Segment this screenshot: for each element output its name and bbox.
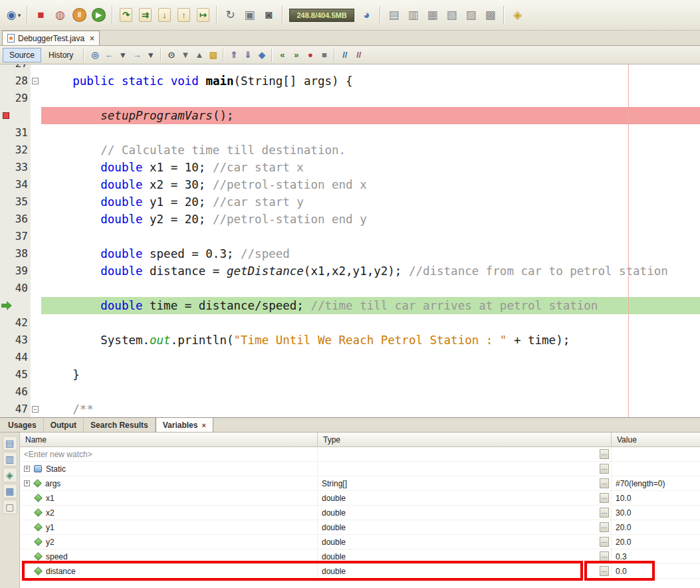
apply-code-changes-icon[interactable]: ↻ — [221, 6, 239, 24]
finish-debugger-icon[interactable]: ■ — [32, 6, 50, 24]
editor-gutter[interactable]: 39 — [0, 262, 31, 280]
editor-gutter[interactable]: 40 — [0, 280, 31, 297]
variables-row[interactable]: x1double…10.0 — [20, 491, 700, 506]
editor-gutter[interactable]: 35 — [0, 193, 31, 211]
tab-search-results[interactable]: Search Results — [84, 418, 156, 432]
column-header-name[interactable]: Name — [20, 433, 318, 447]
back-icon[interactable]: ← — [102, 48, 116, 62]
continue-icon[interactable]: ▶ — [90, 6, 108, 24]
editor-gutter[interactable]: 37 — [0, 228, 31, 245]
tab-usages[interactable]: Usages — [1, 418, 44, 432]
editor-gutter[interactable]: 47 — [0, 401, 31, 417]
find-selection-icon[interactable]: ⊙ — [164, 48, 178, 62]
variables-row[interactable]: x2double…30.0 — [20, 506, 700, 520]
source-view-button[interactable]: Source — [3, 48, 41, 62]
take-thread-dump-icon[interactable]: ▦ — [423, 6, 441, 24]
forward-history-dropdown-icon[interactable]: ▾ — [144, 48, 158, 62]
watches-window-icon[interactable]: ◈ — [3, 468, 17, 482]
code-editor[interactable]: 2728− public static void main(String[] a… — [0, 64, 700, 417]
editor-gutter[interactable]: 42 — [0, 314, 31, 332]
editor-gutter[interactable]: 27 — [0, 64, 31, 72]
column-header-type[interactable]: Type — [318, 433, 612, 447]
editor-gutter[interactable]: 33 — [0, 159, 31, 176]
project-config-icon[interactable]: ◉▾ — [5, 6, 23, 24]
editor-gutter[interactable]: 28 — [0, 72, 31, 90]
variables-row[interactable]: +argsString[]…#70(length=0) — [20, 476, 700, 491]
editor-gutter[interactable]: 38 — [0, 245, 31, 262]
code-fold-toggle[interactable]: − — [32, 78, 39, 84]
telemetry-icon[interactable]: ▨ — [462, 6, 480, 24]
edit-value-button[interactable]: … — [600, 522, 609, 532]
profile-points-icon[interactable]: ◈ — [509, 6, 526, 24]
edit-value-button[interactable]: … — [600, 464, 609, 474]
expand-toggle-icon[interactable]: + — [24, 480, 30, 486]
editor-gutter[interactable] — [0, 107, 31, 124]
find-previous-icon[interactable]: ▲ — [192, 48, 206, 62]
heap-walker-icon[interactable]: ▩ — [481, 6, 499, 24]
editor-gutter[interactable]: 34 — [0, 176, 31, 193]
pause-icon[interactable]: ‖ — [70, 6, 88, 24]
editor-gutter[interactable]: 44 — [0, 349, 31, 366]
dump-heap-icon[interactable]: ▥ — [404, 6, 422, 24]
step-over-icon[interactable]: ↷ — [117, 6, 135, 24]
step-over-expression-icon[interactable]: ⇉ — [136, 6, 154, 24]
dropdown-arrow-icon[interactable]: ▾ — [18, 12, 21, 19]
toggle-bookmark-icon[interactable]: ◆ — [255, 48, 269, 62]
toggle-highlight-icon[interactable]: ▨ — [206, 48, 220, 62]
editor-gutter[interactable]: 45 — [0, 366, 31, 383]
camera-icon[interactable]: ◙ — [260, 6, 278, 24]
last-edit-icon[interactable]: ◎ — [88, 48, 102, 62]
profiler-snapshot-icon[interactable]: ▤ — [385, 6, 403, 24]
breakpoint-icon[interactable] — [3, 112, 9, 119]
expand-toggle-icon[interactable]: + — [24, 466, 30, 472]
column-header-value[interactable]: Value — [612, 433, 700, 447]
variables-row[interactable]: y2double…20.0 — [20, 535, 700, 549]
variables-row[interactable]: speeddouble…0.3 — [20, 549, 700, 564]
editor-gutter[interactable]: 43 — [0, 332, 31, 349]
close-tab-icon[interactable]: × — [201, 421, 205, 429]
forward-icon[interactable]: → — [130, 48, 144, 62]
editor-gutter[interactable]: 32 — [0, 142, 31, 159]
code-fold-toggle[interactable]: − — [32, 406, 39, 413]
history-view-button[interactable]: History — [42, 48, 80, 62]
edit-value-button[interactable]: … — [600, 551, 609, 561]
edit-value-button[interactable]: … — [600, 449, 609, 459]
editor-gutter[interactable]: 36 — [0, 211, 31, 228]
call-stack-window-icon[interactable]: ▦ — [3, 484, 17, 498]
profiler-control-icon[interactable]: ◕ — [358, 6, 376, 24]
back-history-dropdown-icon[interactable]: ▾ — [116, 48, 130, 62]
shift-left-icon[interactable]: « — [275, 48, 289, 62]
start-macro-icon[interactable]: ● — [303, 48, 317, 62]
variables-row[interactable]: +Static… — [20, 462, 700, 476]
sources-window-icon[interactable]: ▢ — [3, 500, 17, 514]
comment-icon[interactable]: // — [338, 48, 352, 62]
edit-value-button[interactable]: … — [600, 478, 609, 488]
next-bookmark-icon[interactable]: ⇓ — [241, 48, 255, 62]
stop-macro-icon[interactable]: ■ — [317, 48, 331, 62]
edit-value-button[interactable]: … — [600, 493, 609, 503]
stop-debugger-icon[interactable]: ◍ — [51, 6, 69, 24]
sessions-window-icon[interactable]: ▤ — [3, 436, 17, 450]
edit-value-button[interactable]: … — [600, 508, 609, 518]
close-tab-icon[interactable]: × — [90, 34, 94, 43]
run-to-cursor-icon[interactable]: ↦ — [194, 6, 212, 24]
variables-row[interactable]: distancedouble…0.0 — [20, 564, 700, 579]
take-gui-snapshot-icon[interactable]: ▣ — [241, 6, 259, 24]
uncomment-icon[interactable]: // — [352, 48, 366, 62]
edit-value-button[interactable]: … — [600, 537, 609, 547]
shift-right-icon[interactable]: » — [289, 48, 303, 62]
editor-gutter[interactable]: 31 — [0, 124, 31, 142]
tab-variables[interactable]: Variables× — [156, 417, 213, 432]
editor-gutter[interactable] — [0, 297, 31, 314]
editor-gutter[interactable]: 29 — [0, 90, 31, 107]
step-out-icon[interactable]: ↑ — [175, 6, 193, 24]
tab-output[interactable]: Output — [44, 418, 84, 432]
threads-window-icon[interactable]: ▥ — [3, 452, 17, 466]
edit-value-button[interactable]: … — [600, 566, 609, 576]
tab-debuggertest-java[interactable]: DebuggerTest.java × — [2, 31, 100, 45]
step-into-icon[interactable]: ↓ — [156, 6, 174, 24]
find-next-icon[interactable]: ▼ — [178, 48, 192, 62]
editor-gutter[interactable]: 46 — [0, 383, 31, 401]
variables-row[interactable]: y1double…20.0 — [20, 520, 700, 535]
previous-bookmark-icon[interactable]: ⇑ — [227, 48, 241, 62]
